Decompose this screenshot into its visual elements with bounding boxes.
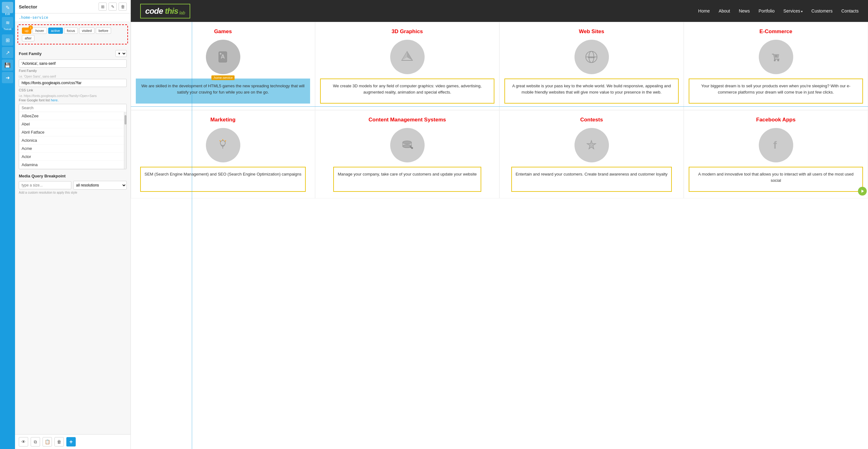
panel-edit-button[interactable]: ✎: [108, 2, 117, 11]
font-family-field-label: Font Family: [19, 69, 127, 73]
font-item[interactable]: Abril Fatface: [19, 128, 124, 136]
tweak-button[interactable]: ≋: [2, 17, 13, 28]
service-icon-3d: [390, 40, 425, 74]
paste-button[interactable]: 📋: [42, 437, 52, 447]
font-item[interactable]: Aclonica: [19, 136, 124, 145]
save-button[interactable]: 💾: [2, 59, 13, 71]
font-list: ABeeZee Abel Abril Fatface Aclonica Acme…: [19, 104, 127, 169]
nav-services[interactable]: Services: [783, 8, 803, 13]
logo-lab: lab: [179, 10, 185, 15]
service-desc-cms: Manage your company, take care of your c…: [333, 167, 481, 192]
nav-home[interactable]: Home: [698, 8, 710, 13]
logo-code: code: [145, 6, 165, 15]
svg-point-15: [777, 59, 779, 61]
font-item[interactable]: Abel: [19, 120, 124, 128]
font-family-section-title: Font Family ▾: [19, 50, 127, 57]
nav-logo-box: code this lab: [140, 4, 190, 19]
svg-point-25: [411, 147, 413, 149]
style-button[interactable]: ⊞: [2, 34, 13, 46]
state-tab-visited[interactable]: visited: [79, 28, 94, 34]
panel-selector: .home-service: [15, 13, 130, 22]
nav-customers[interactable]: Customers: [811, 8, 833, 13]
service-websites: Web Sites www A great website is your pa…: [499, 22, 684, 110]
panel-delete-button[interactable]: 🗑: [119, 2, 127, 11]
add-button[interactable]: +: [66, 437, 76, 447]
service-title-contests: Contests: [580, 117, 603, 123]
nav-logo: code this lab: [140, 4, 190, 19]
games-svg-icon: A ♠: [214, 49, 231, 66]
panel-footer: 👁 ⧉ 📋 🗑 +: [15, 434, 130, 449]
nav-about[interactable]: About: [719, 8, 730, 13]
state-tab-hover[interactable]: hover: [33, 28, 47, 34]
state-tabs: up 1 hover active focus visited before a…: [18, 24, 128, 44]
svg-text:f: f: [773, 139, 777, 151]
up-badge: 1: [29, 25, 33, 30]
facebook-svg-icon: f: [767, 137, 784, 154]
state-tab-active[interactable]: active: [48, 28, 63, 34]
font-family-input[interactable]: [19, 59, 127, 68]
css-link-input[interactable]: [19, 79, 127, 87]
web-svg-icon: www: [583, 49, 600, 66]
copy-button[interactable]: ⧉: [31, 437, 40, 447]
nav-portfolio[interactable]: Portfolio: [758, 8, 774, 13]
mq-title: Media Query Breakpoint: [19, 174, 127, 178]
delete-button[interactable]: 🗑: [55, 437, 64, 447]
panel-grid-button[interactable]: ⊞: [99, 2, 107, 11]
service-desc-web: A great website is your pass key to the …: [504, 78, 679, 103]
panel-title: Selector: [19, 4, 37, 9]
services-row-2: Marketing SEM (Search Engine Management)…: [131, 110, 868, 198]
font-item[interactable]: Acme: [19, 145, 124, 153]
preview-button[interactable]: 👁: [19, 437, 28, 447]
font-item[interactable]: ABeeZee: [19, 112, 124, 120]
font-list-scrollbar[interactable]: [124, 112, 126, 169]
nav-button[interactable]: ➜: [2, 72, 13, 83]
contests-svg-icon: [583, 137, 600, 154]
google-font-hint: Free Google font list here.: [19, 98, 127, 102]
font-search-input[interactable]: [19, 104, 126, 112]
service-cms: Content Management Systems Manage your c…: [315, 110, 499, 198]
logo-this: this: [165, 6, 178, 15]
media-query-section: Media Query Breakpoint all resolutions m…: [19, 174, 127, 194]
ecommerce-svg-icon: [767, 49, 784, 66]
state-tab-after[interactable]: after: [22, 35, 34, 41]
state-tab-focus[interactable]: focus: [64, 28, 78, 34]
nav-news[interactable]: News: [739, 8, 750, 13]
tweak-label: Tweak: [3, 28, 11, 31]
mq-hint: Add a custom resolution to apply this st…: [19, 191, 127, 194]
left-toolbar: ✎ Edit ≋ Tweak ⊞ ↗ 💾 ➜: [0, 0, 15, 449]
google-font-link[interactable]: here.: [51, 98, 59, 102]
font-family-sublabel: i.e. 'Open Sans', sans-serif: [19, 75, 56, 78]
cms-svg-icon: [399, 137, 416, 154]
selector-panel: Selector ⊞ ✎ 🗑 .home-service up 1 hover …: [15, 0, 131, 449]
panel-header: Selector ⊞ ✎ 🗑: [15, 0, 130, 13]
green-arrow-icon[interactable]: [858, 187, 867, 196]
nav-bar: code this lab Home About News Portfolio …: [131, 0, 868, 22]
service-3dgraphics: 3D Graphics We create 3D models for any …: [315, 22, 499, 110]
font-item[interactable]: Adamina: [19, 161, 124, 169]
svg-text:www: www: [588, 56, 595, 59]
mq-select[interactable]: all resolutions mobile tablet desktop: [73, 181, 127, 190]
nav-contacts[interactable]: Contacts: [841, 8, 859, 13]
service-desc-marketing: SEM (Search Engine Management) and SEO (…: [140, 167, 306, 192]
service-title-web: Web Sites: [579, 29, 604, 35]
service-title-facebook: Facebook Apps: [756, 117, 796, 123]
service-desc-games: We are skilled in the development of HTM…: [136, 78, 310, 103]
state-tab-before[interactable]: before: [96, 28, 111, 34]
service-icon-cms: [390, 128, 425, 162]
css-link-label: CSS Link: [19, 88, 127, 92]
font-family-dropdown[interactable]: ▾: [116, 50, 127, 57]
font-item[interactable]: Actor: [19, 153, 124, 161]
mq-input[interactable]: [19, 181, 71, 189]
panel-body: Font Family ▾ Font Family i.e. 'Open San…: [15, 47, 130, 434]
service-title-games: Games: [214, 29, 232, 35]
resize-button[interactable]: ↗: [2, 47, 13, 58]
state-tab-up[interactable]: up 1: [22, 28, 31, 34]
marketing-svg-icon: [214, 137, 231, 154]
main-content: code this lab Home About News Portfolio …: [131, 0, 868, 449]
tweak-group: ≋ Tweak: [2, 17, 13, 31]
edit-tweak-group: ✎ Edit: [2, 2, 13, 15]
edit-button[interactable]: ✎: [2, 2, 13, 13]
font-list-items: ABeeZee Abel Abril Fatface Aclonica Acme…: [19, 112, 124, 169]
svg-point-23: [403, 141, 411, 144]
service-icon-contests: [575, 128, 609, 162]
